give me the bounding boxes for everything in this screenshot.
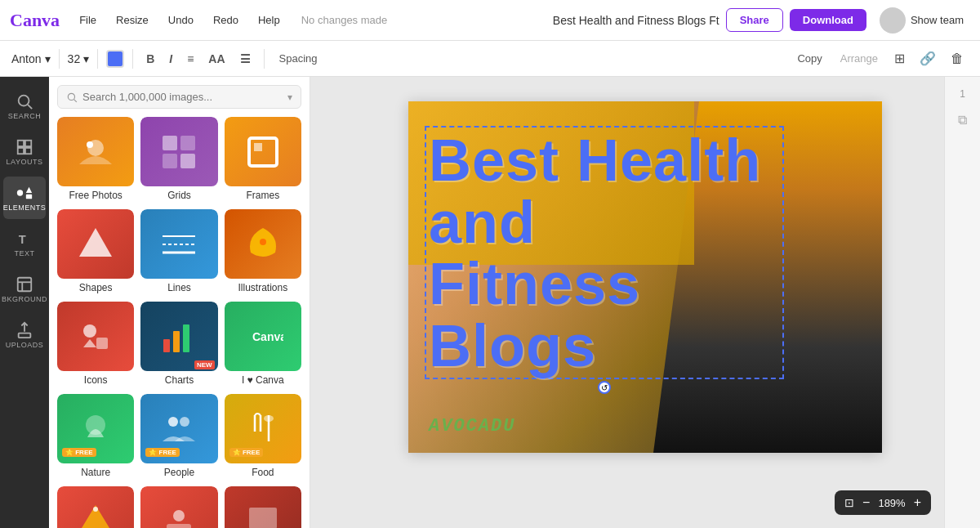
- spacing-button[interactable]: Spacing: [273, 49, 324, 68]
- search-bar[interactable]: ▾: [57, 85, 301, 109]
- download-button[interactable]: Download: [790, 9, 866, 31]
- main-area: SEARCH LAYOUTS ELEMENTS T TEXT BKGROUND …: [0, 77, 980, 528]
- svg-rect-33: [173, 331, 180, 352]
- element-card-icanva[interactable]: Canva I ♥ Canva: [225, 302, 301, 387]
- show-team-button[interactable]: Show team: [873, 4, 970, 37]
- grid-icon[interactable]: ⊞: [889, 47, 910, 69]
- avatar: [880, 7, 906, 34]
- element-thumb-icons: [57, 302, 134, 371]
- copy-page-icon[interactable]: ⧉: [958, 113, 967, 128]
- element-card-icons[interactable]: Icons: [57, 302, 134, 387]
- page-number: 1: [960, 88, 965, 100]
- element-card-people[interactable]: ⭐ FREE People: [140, 394, 217, 480]
- element-card-illustrations[interactable]: Illustrations: [225, 209, 301, 295]
- zoom-level: 189%: [878, 497, 905, 509]
- redo-button[interactable]: Redo: [207, 11, 245, 29]
- font-size-selector[interactable]: 32 ▾: [68, 52, 90, 65]
- svg-rect-5: [25, 148, 31, 154]
- branding-text[interactable]: AVOCADU: [429, 416, 515, 436]
- element-card-nature[interactable]: ⭐ FREE Nature: [57, 394, 134, 480]
- svg-point-42: [264, 415, 274, 422]
- zoom-bar: ⊡ − 189% +: [835, 490, 931, 515]
- share-button[interactable]: Share: [726, 8, 783, 32]
- align-button[interactable]: ≡: [182, 49, 198, 69]
- sidebar-item-text[interactable]: T TEXT: [3, 222, 46, 265]
- element-label-icanva: I ♥ Canva: [242, 371, 284, 387]
- element-thumb-frames: [225, 117, 301, 186]
- rotate-handle[interactable]: ↺: [598, 381, 611, 394]
- delete-icon[interactable]: 🗑: [946, 48, 969, 69]
- element-card-row3a[interactable]: ⭐ FREE: [57, 486, 134, 528]
- help-menu[interactable]: Help: [252, 11, 287, 29]
- svg-point-14: [68, 93, 74, 100]
- element-label-grids: Grids: [167, 186, 191, 203]
- element-card-charts[interactable]: NEW Charts: [140, 302, 217, 387]
- element-card-free-photos[interactable]: Free Photos: [57, 117, 134, 203]
- element-thumb-icanva: Canva: [225, 302, 301, 371]
- element-card-row3b[interactable]: ⭐ FREE: [140, 486, 217, 528]
- svg-rect-20: [163, 154, 177, 168]
- link-icon[interactable]: 🔗: [915, 47, 941, 69]
- svg-point-6: [17, 190, 23, 195]
- element-thumb-row3c: [225, 486, 301, 528]
- zoom-out-button[interactable]: −: [862, 495, 870, 510]
- save-status: No changes made: [301, 14, 538, 26]
- sidebar-item-elements[interactable]: ELEMENTS: [3, 177, 46, 219]
- svg-rect-19: [180, 136, 195, 150]
- element-card-food[interactable]: ⭐ FREE Food: [225, 394, 301, 480]
- svg-marker-7: [26, 187, 32, 193]
- right-panel: 1 ⧉: [944, 77, 980, 528]
- fit-screen-button[interactable]: ⊡: [844, 496, 854, 509]
- file-menu[interactable]: File: [73, 11, 103, 29]
- svg-text:T: T: [19, 233, 26, 246]
- canvas-area[interactable]: ↺ Best Health and Fitness Blogs AVOCADU …: [310, 77, 980, 528]
- svg-rect-23: [254, 143, 262, 151]
- element-card-shapes[interactable]: Shapes: [57, 209, 134, 295]
- element-label-nature: Nature: [81, 463, 110, 480]
- divider3: [132, 49, 133, 69]
- element-card-lines[interactable]: Lines: [140, 209, 217, 295]
- divider2: [97, 49, 98, 69]
- elements-grid-section: Free Photos Grids Frames: [49, 117, 310, 528]
- element-thumb-grids: [140, 117, 217, 186]
- svg-rect-34: [183, 324, 189, 352]
- svg-rect-10: [18, 278, 32, 292]
- element-card-grids[interactable]: Grids: [140, 117, 217, 203]
- element-label-people: People: [164, 463, 194, 480]
- element-card-row3c[interactable]: ⭐ FREE: [225, 486, 301, 528]
- sidebar-item-search[interactable]: SEARCH: [3, 85, 46, 128]
- color-picker[interactable]: [106, 50, 124, 68]
- svg-rect-2: [18, 141, 24, 146]
- zoom-in-button[interactable]: +: [914, 495, 921, 510]
- sidebar-item-layouts[interactable]: LAYOUTS: [3, 131, 46, 173]
- bold-button[interactable]: B: [141, 49, 159, 69]
- element-thumb-lines: [140, 209, 217, 279]
- element-thumb-illustrations: [225, 209, 301, 279]
- element-thumb-row3b: [140, 486, 217, 528]
- element-label-free-photos: Free Photos: [69, 186, 122, 203]
- document-title[interactable]: Best Health and Fitness Blogs Ft: [553, 14, 719, 27]
- headline-text[interactable]: Best Health and Fitness Blogs: [429, 130, 764, 377]
- font-family-selector[interactable]: Anton ▾: [11, 52, 51, 65]
- search-icon: [66, 92, 78, 103]
- arrange-button[interactable]: Arrange: [834, 49, 884, 68]
- elements-panel: ▾ Free Photos Grids: [49, 77, 310, 528]
- aa-button[interactable]: AA: [203, 49, 229, 69]
- italic-button[interactable]: I: [164, 49, 177, 69]
- element-thumb-free-photos: [57, 117, 134, 186]
- element-card-frames[interactable]: Frames: [225, 117, 301, 203]
- element-label-food: Food: [252, 463, 274, 480]
- element-thumb-row3a: [57, 486, 134, 528]
- svg-text:Canva: Canva: [252, 330, 283, 343]
- sidebar-item-background[interactable]: BKGROUND: [3, 268, 46, 311]
- free-badge-nature: ⭐ FREE: [62, 448, 96, 457]
- sidebar-item-uploads[interactable]: UPLOADS: [3, 314, 46, 356]
- list-button[interactable]: ☰: [235, 49, 256, 69]
- resize-menu[interactable]: Resize: [109, 11, 155, 29]
- search-input[interactable]: [82, 91, 283, 103]
- undo-button[interactable]: Undo: [162, 11, 200, 29]
- element-thumb-shapes: [57, 209, 134, 279]
- copy-button[interactable]: Copy: [791, 49, 828, 68]
- elements-grid: Free Photos Grids Frames: [57, 117, 301, 528]
- svg-rect-4: [18, 148, 24, 154]
